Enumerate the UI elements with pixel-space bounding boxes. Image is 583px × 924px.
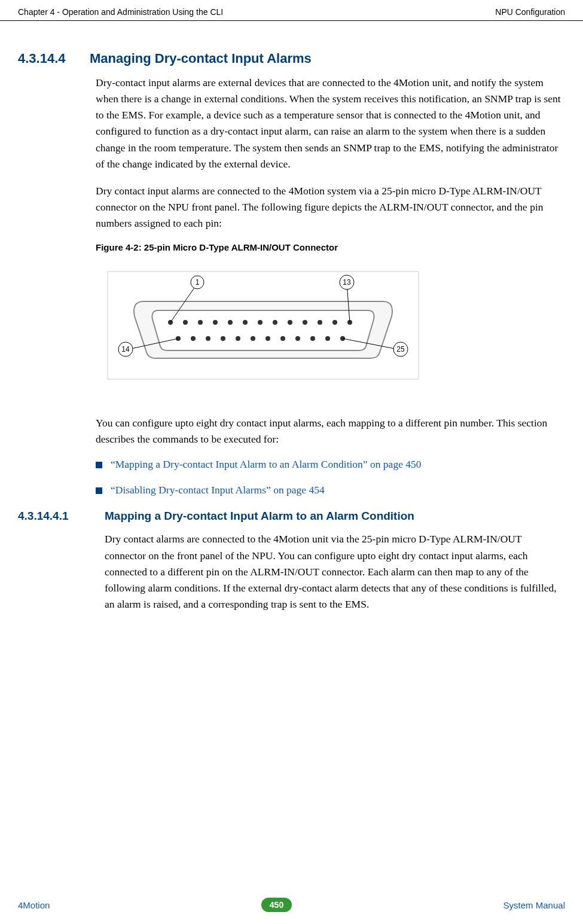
list-item: “Disabling Dry-contact Input Alarms” on …: [96, 484, 565, 496]
svg-point-17: [221, 336, 225, 341]
connector-diagram-icon: 1 13 14 25: [96, 260, 431, 391]
svg-point-23: [310, 336, 315, 341]
svg-point-4: [213, 320, 218, 325]
body-paragraph: You can configure upto eight dry contact…: [96, 415, 565, 447]
page-number-badge: 450: [261, 898, 292, 912]
page-header: Chapter 4 - Operation and Administration…: [0, 0, 583, 21]
page-content: 4.3.14.4 Managing Dry-contact Input Alar…: [0, 21, 583, 612]
svg-point-7: [258, 320, 262, 325]
svg-point-12: [332, 320, 337, 325]
pin-label-14: 14: [121, 345, 130, 353]
svg-point-24: [325, 336, 330, 341]
subsection-heading: 4.3.14.4.1 Mapping a Dry-contact Input A…: [18, 510, 565, 523]
svg-point-16: [206, 336, 210, 341]
svg-point-2: [183, 320, 188, 325]
header-left: Chapter 4 - Operation and Administration…: [18, 7, 223, 17]
body-paragraph: Dry-contact input alarms are external de…: [96, 75, 565, 172]
svg-point-5: [228, 320, 233, 325]
svg-point-9: [288, 320, 292, 325]
footer-product: 4Motion: [18, 900, 50, 910]
svg-point-8: [273, 320, 277, 325]
section-title: Managing Dry-contact Input Alarms: [90, 51, 312, 66]
svg-point-18: [236, 336, 240, 341]
svg-point-6: [243, 320, 248, 325]
footer-manual: System Manual: [503, 900, 565, 910]
svg-point-20: [265, 336, 270, 341]
bullet-icon: [96, 462, 102, 468]
xref-link-disabling[interactable]: “Disabling Dry-contact Input Alarms” on …: [111, 484, 325, 496]
section-heading: 4.3.14.4 Managing Dry-contact Input Alar…: [18, 51, 565, 66]
figure-caption: Figure 4-2: 25-pin Micro D-Type ALRM-IN/…: [96, 242, 565, 252]
svg-point-22: [295, 336, 300, 341]
svg-point-3: [198, 320, 203, 325]
section-number: 4.3.14.4: [18, 51, 90, 66]
header-right: NPU Configuration: [495, 7, 565, 17]
svg-point-10: [303, 320, 307, 325]
bullet-icon: [96, 487, 102, 494]
svg-point-19: [251, 336, 255, 341]
list-item: “Mapping a Dry-contact Input Alarm to an…: [96, 458, 565, 471]
page-footer: 4Motion 450 System Manual: [18, 898, 565, 912]
pin-label-13: 13: [343, 278, 351, 286]
pin-label-1: 1: [196, 278, 200, 286]
link-list: “Mapping a Dry-contact Input Alarm to an…: [96, 458, 565, 496]
svg-point-21: [280, 336, 285, 341]
svg-point-11: [318, 320, 322, 325]
figure-connector: 1 13 14 25: [96, 260, 565, 391]
svg-point-15: [191, 336, 196, 341]
subsection-title: Mapping a Dry-contact Input Alarm to an …: [105, 510, 414, 523]
pin-label-25: 25: [396, 345, 405, 353]
subsection-number: 4.3.14.4.1: [18, 510, 105, 523]
body-paragraph: Dry contact alarms are connected to the …: [105, 531, 565, 612]
body-paragraph: Dry contact input alarms are connected t…: [96, 183, 565, 231]
xref-link-mapping[interactable]: “Mapping a Dry-contact Input Alarm to an…: [111, 458, 422, 471]
